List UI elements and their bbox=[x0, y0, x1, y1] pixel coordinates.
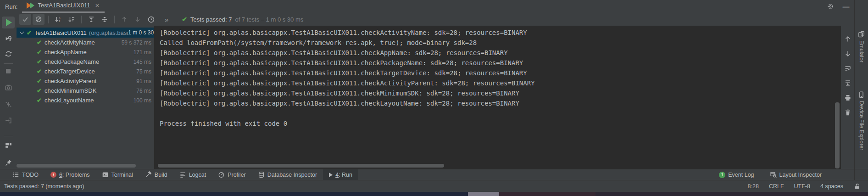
sort-by-duration-button[interactable] bbox=[66, 14, 78, 25]
tree-row-test[interactable]: ✔ checkActivityParent 91 ms bbox=[17, 76, 154, 86]
line-ending[interactable]: CRLF bbox=[769, 183, 784, 190]
collapse-all-button[interactable] bbox=[99, 14, 111, 25]
test-duration: 91 ms bbox=[136, 78, 151, 84]
attach-debugger-icon[interactable] bbox=[2, 115, 15, 127]
tool-window-bar: TODO ! 6: Problems Terminal Build bbox=[0, 169, 868, 180]
test-duration: 76 ms bbox=[136, 88, 151, 94]
tool-button-todo[interactable]: TODO bbox=[6, 169, 45, 180]
settings-gear-icon[interactable] bbox=[825, 1, 836, 12]
show-ignored-button[interactable] bbox=[33, 14, 45, 25]
status-message: Tests passed: 7 (moments ago) bbox=[4, 183, 84, 190]
svg-text:z: z bbox=[59, 19, 60, 22]
next-occurrence-button[interactable] bbox=[132, 14, 144, 25]
tree-row-test[interactable]: ✔ checkActivityName 59 s 372 ms bbox=[17, 38, 154, 47]
taskbar-edge bbox=[0, 192, 868, 196]
tree-row-root[interactable]: ✔ TestA1BasicUIX011 (org.aplas.basi 1 m … bbox=[17, 28, 154, 38]
up-the-stack-trace-icon[interactable] bbox=[844, 35, 852, 43]
stop-button[interactable] bbox=[2, 65, 15, 77]
test-passed-check-icon: ✔ bbox=[27, 29, 32, 36]
tool-button-layout-inspector[interactable]: Layout Inspector bbox=[764, 169, 828, 180]
console-line bbox=[160, 108, 841, 118]
scroll-to-end-icon[interactable] bbox=[844, 79, 852, 87]
expand-all-button[interactable] bbox=[85, 14, 97, 25]
indent-setting[interactable]: 4 spaces bbox=[820, 183, 843, 190]
emulator-label: Emulator bbox=[858, 40, 865, 62]
test-name: checkLayoutName bbox=[45, 97, 94, 104]
console-output[interactable]: [Robolectric] org.aplas.basicappx.TestA1… bbox=[154, 26, 841, 169]
tab-close-icon[interactable]: × bbox=[95, 1, 99, 9]
toggle-auto-test-icon[interactable] bbox=[2, 48, 15, 60]
layout-inspector-icon bbox=[770, 171, 777, 178]
console-process-finished-line: Process finished with exit code 0 bbox=[160, 118, 841, 129]
test-passed-check-icon: ✔ bbox=[37, 39, 42, 46]
tree-horizontal-scrollbar[interactable] bbox=[17, 164, 136, 168]
tool-button-database-inspector[interactable]: Database Inspector bbox=[252, 169, 323, 180]
summary-detail-text: of 7 tests – 1 m 0 s 30 ms bbox=[235, 16, 303, 23]
tree-row-test[interactable]: ✔ checkLayoutName 100 ms bbox=[17, 95, 154, 105]
chevron-down-icon[interactable] bbox=[20, 30, 24, 34]
console-toolbar bbox=[841, 26, 854, 169]
logcat-icon bbox=[179, 171, 186, 178]
tool-button-emulator[interactable]: Emulator bbox=[857, 30, 865, 62]
test-duration: 171 ms bbox=[134, 49, 151, 56]
root-test-name: TestA1BasicUIX011 bbox=[34, 29, 87, 36]
tool-button-run[interactable]: 4: Run bbox=[323, 169, 358, 180]
tool-button-event-log[interactable]: 1 Event Log bbox=[713, 169, 760, 180]
emulator-icon bbox=[857, 30, 865, 38]
unlock-icon[interactable] bbox=[853, 183, 861, 190]
run-tool-window: Run: TestA1BasicUIX011 × — bbox=[0, 0, 868, 196]
test-duration: 100 ms bbox=[134, 97, 151, 104]
console-line: [Robolectric] org.aplas.basicappx.TestA1… bbox=[160, 88, 841, 98]
tree-row-test[interactable]: ✔ checkPackageName 145 ms bbox=[17, 57, 154, 67]
test-duration: 145 ms bbox=[134, 59, 151, 65]
tab-testa1basicuix011[interactable]: TestA1BasicUIX011 × bbox=[22, 0, 105, 13]
tool-button-problems[interactable]: ! 6: Problems bbox=[45, 169, 96, 180]
profiler-icon bbox=[218, 171, 225, 178]
terminal-icon bbox=[102, 171, 109, 178]
hide-tool-window-icon[interactable]: — bbox=[840, 1, 851, 12]
screenshot-camera-icon[interactable] bbox=[2, 82, 15, 94]
rerun-button[interactable] bbox=[2, 17, 15, 28]
restore-layout-icon[interactable] bbox=[2, 139, 15, 151]
apply-changes-icon[interactable] bbox=[2, 98, 15, 110]
sort-alphabetically-button[interactable]: a z bbox=[52, 14, 64, 25]
console-vertical-scrollbar[interactable] bbox=[835, 102, 840, 168]
console-line: [Robolectric] org.aplas.basicappx.TestA1… bbox=[160, 28, 841, 38]
tab-title: TestA1BasicUIX011 bbox=[38, 2, 90, 9]
android-test-config-icon bbox=[27, 2, 34, 9]
tree-row-test[interactable]: ✔ checkTargetDevice 75 ms bbox=[17, 67, 154, 76]
print-icon[interactable] bbox=[844, 94, 852, 101]
run-header: Run: TestA1BasicUIX011 × — bbox=[0, 0, 868, 13]
todo-icon bbox=[12, 171, 19, 178]
tool-button-device-file-explorer[interactable]: Device File Explorer bbox=[857, 91, 865, 150]
test-toolbar: a z bbox=[17, 13, 854, 26]
show-passed-button[interactable] bbox=[19, 14, 31, 25]
soft-wrap-icon[interactable] bbox=[844, 64, 852, 72]
tool-button-profiler[interactable]: Profiler bbox=[212, 169, 252, 180]
tree-row-test[interactable]: ✔ checkMinimumSDK 76 ms bbox=[17, 86, 154, 95]
tool-button-build[interactable]: Build bbox=[139, 169, 173, 180]
tests-passed-check-icon: ✔ bbox=[182, 16, 187, 23]
caret-position[interactable]: 8:28 bbox=[748, 183, 759, 190]
down-the-stack-trace-icon[interactable] bbox=[844, 50, 852, 57]
clear-console-trash-icon[interactable] bbox=[844, 108, 852, 116]
test-passed-check-icon: ✔ bbox=[37, 68, 42, 75]
test-duration: 75 ms bbox=[136, 68, 151, 75]
console-line: [Robolectric] org.aplas.basicappx.TestA1… bbox=[160, 48, 841, 58]
console-line: [Robolectric] org.aplas.basicappx.TestA1… bbox=[160, 58, 841, 68]
test-summary: ✔ Tests passed: 7 of 7 tests – 1 m 0 s 3… bbox=[182, 16, 303, 23]
tree-row-test[interactable]: ✔ checkAppName 171 ms bbox=[17, 47, 154, 57]
pin-icon[interactable] bbox=[2, 157, 15, 169]
tool-button-logcat[interactable]: Logcat bbox=[173, 169, 212, 180]
previous-occurrence-button[interactable] bbox=[118, 14, 130, 25]
device-file-explorer-label: Device File Explorer bbox=[858, 101, 865, 150]
toolbar-overflow-icon[interactable]: » bbox=[165, 16, 168, 23]
test-history-button[interactable] bbox=[145, 14, 157, 25]
right-tool-window-strip: Emulator Device File Explorer bbox=[854, 0, 868, 180]
file-encoding[interactable]: UTF-8 bbox=[794, 183, 810, 190]
test-duration: 59 s 372 ms bbox=[122, 39, 151, 46]
console-horizontal-scrollbar[interactable] bbox=[158, 164, 444, 168]
rerun-failed-tests-icon[interactable] bbox=[2, 33, 15, 45]
tool-button-terminal[interactable]: Terminal bbox=[96, 169, 139, 180]
test-name: checkPackageName bbox=[45, 58, 99, 65]
